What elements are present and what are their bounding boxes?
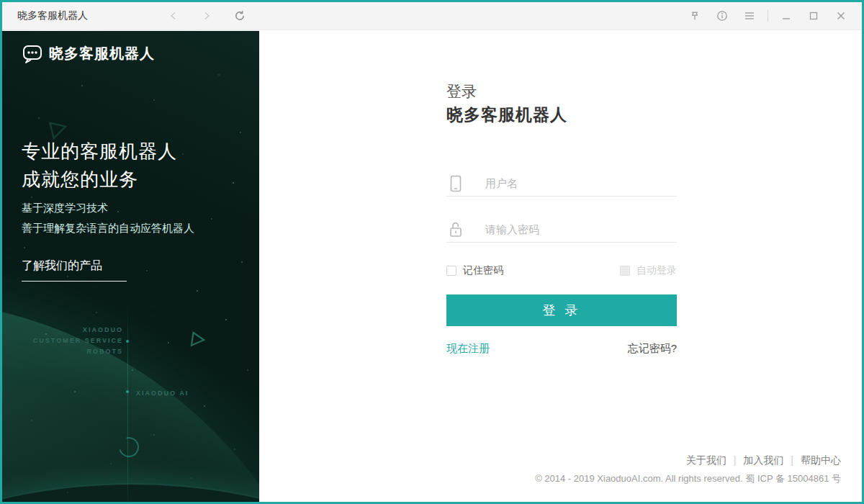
forgot-password-link[interactable]: 忘记密码? [628,342,677,356]
footer-separator: | [726,454,744,466]
refresh-icon [234,10,246,22]
forward-button[interactable] [194,6,219,26]
sidebar: 晓多客服机器人 专业的客服机器人 成就您的业务 基于深度学习技术 善于理解复杂语… [2,31,259,502]
learn-products-link[interactable]: 了解我们的产品 [22,258,127,282]
headline-line-1: 专业的客服机器人 [22,138,177,166]
footer-separator: | [783,454,801,466]
brand-logo: 晓多客服机器人 [22,42,155,64]
footer-link-help[interactable]: 帮助中心 [801,454,841,466]
headline-line-2: 成就您的业务 [22,166,177,194]
maximize-button[interactable] [801,6,826,26]
subtitle-line-2: 善于理解复杂语言的自动应答机器人 [22,218,194,238]
stars-decoration [2,31,4,32]
dot-decoration [126,390,129,393]
forward-icon [202,11,212,21]
window-controls [683,6,853,26]
footer-link-join[interactable]: 加入我们 [743,454,783,466]
login-panel: 登录 晓多客服机器人 [259,31,862,502]
auto-login-checkbox[interactable] [620,266,630,276]
footer: 关于我们|加入我们|帮助中心 © 2014 - 2019 XiaoduoAI.c… [535,454,841,485]
menu-button[interactable] [737,6,762,26]
dot-decoration [126,340,129,343]
sidebar-subtitle: 基于深度学习技术 善于理解复杂语言的自动应答机器人 [22,198,194,238]
auto-login-option[interactable]: 自动登录 [620,264,677,277]
minimize-icon [781,11,791,21]
login-brand-heading: 晓多客服机器人 [446,104,567,126]
watermark-line: ROBOTS [18,346,123,357]
remember-password-checkbox[interactable] [446,266,456,276]
subtitle-line-1: 基于深度学习技术 [22,198,194,218]
footer-links: 关于我们|加入我们|帮助中心 [535,454,841,467]
maximize-icon [809,11,819,21]
watermark-ai-text: XIAODUO AI [136,390,189,397]
back-button[interactable] [161,6,186,26]
remember-password-label[interactable]: 记住密码 [463,264,503,277]
close-button[interactable] [829,6,853,26]
vertical-line-decoration [127,303,128,502]
login-button[interactable]: 登 录 [446,294,677,326]
sidebar-headline: 专业的客服机器人 成就您的业务 [22,138,177,194]
copyright-text: © 2014 - 2019 XiaoduoAI.com. All rights … [535,472,841,485]
pin-button[interactable] [683,6,707,26]
register-link[interactable]: 现在注册 [446,342,490,356]
password-field-row [446,217,677,243]
menu-icon [744,10,755,22]
titlebar: 晓多客服机器人 [2,2,862,30]
back-icon [168,11,179,21]
lock-icon [448,221,464,238]
chat-robot-icon [22,42,43,64]
close-icon [836,11,846,21]
auto-login-label[interactable]: 自动登录 [636,264,677,277]
info-icon [716,10,728,22]
brand-name: 晓多客服机器人 [49,44,155,63]
remember-password-option[interactable]: 记住密码 [446,264,503,277]
login-heading: 登录 [446,81,477,102]
titlebar-separator [768,10,768,22]
auth-links-row: 现在注册 忘记密码? [446,342,677,356]
minimize-button[interactable] [774,6,798,26]
username-input[interactable] [484,176,677,190]
info-button[interactable] [710,6,734,26]
footer-link-about[interactable]: 关于我们 [686,454,726,466]
watermark-line: CUSTOMER SERVICE [18,336,123,346]
checkbox-row: 记住密码 自动登录 [446,264,677,277]
refresh-button[interactable] [228,6,252,26]
watermark-line: XIAODUO [18,325,123,336]
phone-icon [448,175,464,192]
nav-controls [153,6,252,26]
window-title: 晓多客服机器人 [17,9,88,22]
username-field-row [446,171,677,197]
watermark-text: XIAODUO CUSTOMER SERVICE ROBOTS [18,325,123,357]
pin-icon [689,10,701,22]
app-window: 晓多客服机器人 [0,0,864,504]
password-input[interactable] [484,222,677,236]
triangle-decoration [186,329,210,352]
